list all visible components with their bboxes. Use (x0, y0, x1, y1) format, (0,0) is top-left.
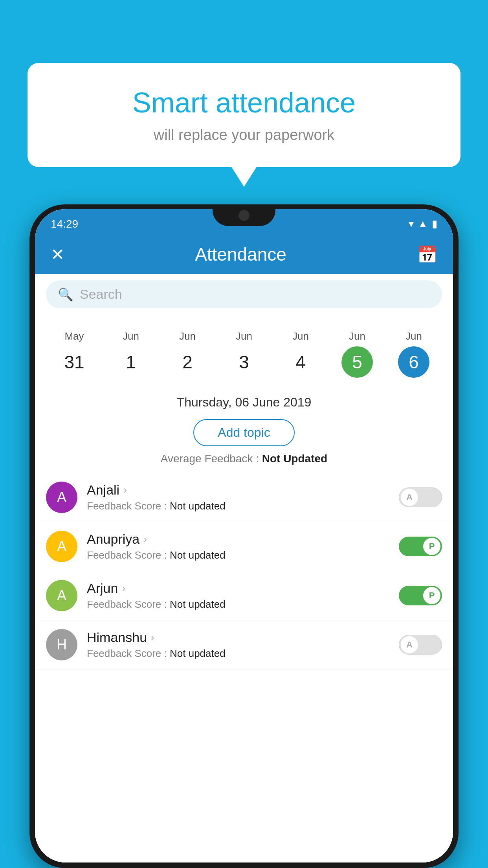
cal-date-number: 1 (115, 346, 147, 378)
student-name: Anjali › (87, 482, 399, 498)
selected-date: Thursday, 06 June 2019 (35, 386, 453, 415)
cal-date-number: 6 (398, 346, 429, 378)
attendance-toggle[interactable]: A (399, 635, 442, 655)
toggle-thumb: A (401, 636, 418, 653)
cal-month-label: Jun (292, 330, 309, 342)
chevron-icon: › (123, 484, 127, 496)
student-feedback: Feedback Score : Not updated (87, 647, 399, 660)
cal-month-label: Jun (123, 330, 139, 342)
cal-date-number: 2 (172, 346, 203, 378)
student-list: AAnjali ›Feedback Score : Not updatedAAA… (35, 473, 453, 669)
add-topic-button[interactable]: Add topic (193, 419, 294, 446)
calendar-icon[interactable]: 📅 (417, 245, 437, 264)
speech-bubble: Smart attendance will replace your paper… (28, 63, 460, 167)
feedback-value: Not updated (170, 598, 226, 610)
avg-feedback-value: Not Updated (262, 452, 327, 465)
attendance-toggle[interactable]: P (399, 586, 442, 605)
attendance-toggle[interactable]: P (399, 537, 442, 556)
cal-month-label: Jun (405, 330, 422, 342)
cal-month-label: Jun (236, 330, 252, 342)
search-placeholder: Search (80, 287, 122, 302)
bubble-title: Smart attendance (55, 86, 433, 119)
student-info: Himanshu ›Feedback Score : Not updated (87, 630, 399, 660)
phone-screen: 14:29 ▾ ▲ ▮ ✕ Attendance 📅 🔍 Search (35, 209, 453, 862)
student-feedback: Feedback Score : Not updated (87, 598, 399, 611)
feedback-value: Not updated (170, 647, 226, 659)
avg-feedback: Average Feedback : Not Updated (35, 452, 453, 465)
add-topic-container: Add topic (35, 419, 453, 446)
student-avatar: H (46, 629, 77, 660)
calendar-day[interactable]: Jun6 (398, 330, 429, 378)
student-item[interactable]: HHimanshu ›Feedback Score : Not updatedA (35, 620, 453, 669)
feedback-value: Not updated (170, 549, 226, 561)
toggle-thumb: A (401, 489, 418, 506)
student-item[interactable]: AArjun ›Feedback Score : Not updatedP (35, 571, 453, 620)
student-name: Arjun › (87, 581, 399, 596)
calendar-day[interactable]: Jun3 (228, 330, 260, 378)
close-button[interactable]: ✕ (51, 245, 64, 264)
calendar-strip (35, 314, 453, 322)
cal-month-label: Jun (349, 330, 365, 342)
calendar-day[interactable]: Jun4 (285, 330, 316, 378)
calendar-days: May31Jun1Jun2Jun3Jun4Jun5Jun6 (35, 322, 453, 386)
chevron-icon: › (151, 631, 154, 644)
calendar-day[interactable]: Jun1 (115, 330, 147, 378)
search-icon: 🔍 (58, 287, 73, 302)
student-name: Himanshu › (87, 630, 399, 645)
calendar-day[interactable]: Jun5 (341, 330, 373, 378)
avg-feedback-label: Average Feedback : (161, 452, 262, 465)
calendar-day[interactable]: May31 (59, 330, 90, 378)
student-name: Anupriya › (87, 531, 399, 547)
toggle-track: A (399, 487, 442, 507)
chevron-icon: › (143, 533, 147, 545)
signal-icon: ▲ (418, 218, 428, 230)
student-item[interactable]: AAnjali ›Feedback Score : Not updatedA (35, 473, 453, 522)
bubble-subtitle: will replace your paperwork (55, 127, 433, 143)
toggle-track: P (399, 586, 442, 605)
student-feedback: Feedback Score : Not updated (87, 549, 399, 561)
student-feedback: Feedback Score : Not updated (87, 500, 399, 512)
toggle-track: A (399, 635, 442, 655)
cal-date-number: 31 (59, 346, 90, 378)
app-bar: ✕ Attendance 📅 (35, 235, 453, 274)
phone-camera (238, 210, 250, 221)
app-title: Attendance (195, 244, 286, 265)
toggle-thumb: P (423, 538, 440, 555)
toggle-thumb: P (423, 587, 440, 604)
chevron-icon: › (122, 582, 125, 594)
feedback-value: Not updated (170, 500, 226, 512)
search-bar[interactable]: 🔍 Search (46, 280, 442, 308)
cal-date-number: 3 (228, 346, 260, 378)
cal-month-label: Jun (179, 330, 196, 342)
attendance-toggle[interactable]: A (399, 487, 442, 507)
wifi-icon: ▾ (409, 218, 414, 230)
student-item[interactable]: AAnupriya ›Feedback Score : Not updatedP (35, 522, 453, 571)
student-avatar: A (46, 531, 77, 562)
cal-date-number: 4 (285, 346, 316, 378)
status-time: 14:29 (51, 218, 78, 230)
phone-frame: 14:29 ▾ ▲ ▮ ✕ Attendance 📅 🔍 Search (29, 204, 459, 868)
student-avatar: A (46, 580, 77, 611)
speech-bubble-container: Smart attendance will replace your paper… (28, 63, 460, 167)
student-avatar: A (46, 482, 77, 513)
student-info: Anupriya ›Feedback Score : Not updated (87, 531, 399, 561)
calendar-day[interactable]: Jun2 (172, 330, 203, 378)
student-info: Arjun ›Feedback Score : Not updated (87, 581, 399, 611)
cal-month-label: May (64, 330, 84, 342)
cal-date-number: 5 (341, 346, 373, 378)
status-icons: ▾ ▲ ▮ (409, 218, 437, 230)
battery-icon: ▮ (432, 218, 437, 230)
student-info: Anjali ›Feedback Score : Not updated (87, 482, 399, 512)
toggle-track: P (399, 537, 442, 556)
phone-notch (213, 204, 275, 226)
